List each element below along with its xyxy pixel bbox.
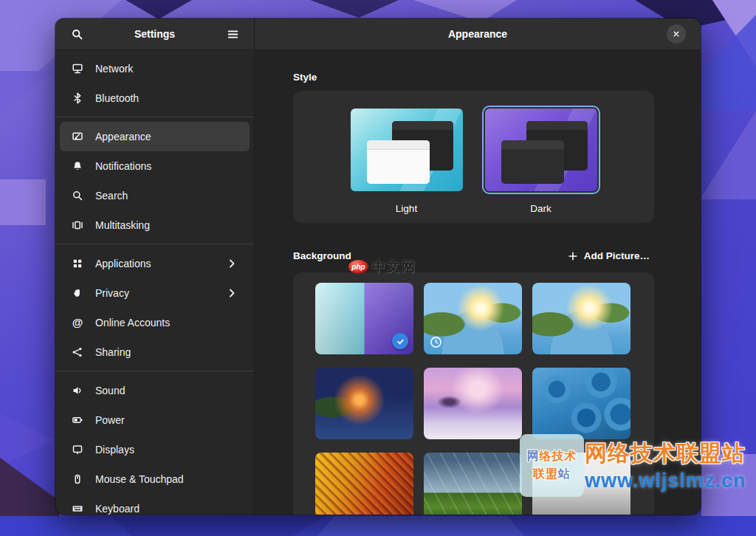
sidebar-item-label: Mouse & Touchpad xyxy=(95,473,244,485)
style-section-title: Style xyxy=(293,72,701,83)
sidebar-item-label: Multitasking xyxy=(95,219,244,231)
sidebar-item-label: Sharing xyxy=(95,346,244,358)
settings-window: Settings Appearance Network Bluetooth Ap… xyxy=(55,18,701,515)
sidebar-item-label: Applications xyxy=(95,258,214,269)
add-picture-button[interactable]: Add Picture… xyxy=(563,247,654,264)
wallpaper-shape xyxy=(0,179,46,225)
battery-icon xyxy=(72,414,83,426)
wallpaper-thumbnail[interactable] xyxy=(424,453,522,515)
sidebar-item-mouse-touchpad[interactable]: Mouse & Touchpad xyxy=(55,464,254,494)
sidebar-item-label: Displays xyxy=(95,444,244,456)
sidebar-item-sound[interactable]: Sound xyxy=(55,376,254,405)
style-option-label: Dark xyxy=(530,203,551,214)
sidebar-item-label: Sound xyxy=(95,385,244,396)
sidebar-item-applications[interactable]: Applications xyxy=(55,249,254,278)
style-option-dark[interactable]: Dark xyxy=(482,106,600,214)
close-icon xyxy=(671,29,681,39)
content-headerbar: Appearance xyxy=(255,18,701,50)
wallpaper-thumbnail[interactable] xyxy=(315,453,413,515)
wallpaper-thumbnail[interactable] xyxy=(424,368,522,439)
wallpaper-thumbnail[interactable] xyxy=(532,283,630,354)
style-card: Light Dark xyxy=(293,91,654,223)
style-option-label: Light xyxy=(396,203,417,214)
close-button[interactable] xyxy=(667,24,686,44)
sidebar-item-online-accounts[interactable]: @ Online Accounts xyxy=(55,308,254,337)
dark-theme-preview xyxy=(485,109,597,191)
appearance-icon xyxy=(72,131,83,142)
background-section-header: Background Add Picture… xyxy=(293,247,654,264)
sidebar-item-privacy[interactable]: Privacy xyxy=(55,278,254,308)
wallpaper-shape xyxy=(700,111,756,199)
menu-button[interactable] xyxy=(221,23,244,45)
plus-icon xyxy=(568,251,578,261)
speaker-icon xyxy=(72,385,83,396)
wallpaper-thumbnail[interactable] xyxy=(315,283,413,354)
background-section-title: Background xyxy=(293,250,351,261)
wallpaper-thumbnail[interactable] xyxy=(424,283,522,354)
sidebar-item-label: Network xyxy=(95,63,244,75)
sidebar-separator xyxy=(55,117,254,117)
mini-window-front xyxy=(501,140,564,184)
wallpaper-thumbnail[interactable] xyxy=(315,368,413,439)
search-icon xyxy=(72,190,83,202)
chevron-right-icon xyxy=(226,287,238,299)
sidebar-separator xyxy=(55,244,254,244)
sidebar-item-search[interactable]: Search xyxy=(55,181,254,210)
style-option-light[interactable]: Light xyxy=(348,106,466,214)
display-icon xyxy=(72,444,83,456)
background-card xyxy=(293,272,654,515)
sidebar-item-multitasking[interactable]: Multitasking xyxy=(55,210,254,240)
sidebar-item-keyboard[interactable]: Keyboard xyxy=(55,494,254,515)
keyboard-icon xyxy=(72,503,83,515)
wallpaper-shape xyxy=(0,71,55,115)
light-preview-frame xyxy=(348,106,466,194)
mouse-icon xyxy=(72,473,83,485)
mini-window-front xyxy=(367,140,430,184)
hamburger-icon xyxy=(227,28,239,41)
sidebar-item-label: Search xyxy=(95,190,244,202)
dark-preview-frame xyxy=(482,106,600,194)
sidebar-item-label: Bluetooth xyxy=(95,92,244,104)
sidebar-item-appearance[interactable]: Appearance xyxy=(60,122,250,151)
wallpaper-grid xyxy=(315,283,654,515)
dynamic-wallpaper-icon xyxy=(430,336,442,348)
chevron-right-icon xyxy=(226,258,238,269)
sidebar-item-bluetooth[interactable]: Bluetooth xyxy=(55,83,254,113)
sidebar-item-sharing[interactable]: Sharing xyxy=(55,337,254,367)
sidebar-item-label: Privacy xyxy=(95,287,214,299)
multitasking-icon xyxy=(72,219,83,231)
wallpaper-shape xyxy=(700,15,756,111)
wallpaper-shape xyxy=(111,516,325,536)
sidebar-item-label: Notifications xyxy=(95,160,244,172)
sidebar-item-network[interactable]: Network xyxy=(55,54,254,83)
bluetooth-icon xyxy=(72,92,83,104)
sidebar: Network Bluetooth Appearance Notificatio… xyxy=(55,50,255,515)
appearance-panel: Style Light Dark xyxy=(255,50,701,515)
sidebar-item-power[interactable]: Power xyxy=(55,405,254,435)
light-theme-preview xyxy=(351,109,463,191)
sidebar-item-label: Power xyxy=(95,414,244,426)
hand-icon xyxy=(72,287,83,299)
share-icon xyxy=(72,346,83,358)
add-picture-label: Add Picture… xyxy=(584,250,650,261)
search-button[interactable] xyxy=(66,23,88,45)
sidebar-item-label: Appearance xyxy=(95,131,239,142)
page-title: Appearance xyxy=(255,28,701,40)
selected-check-icon xyxy=(392,333,408,349)
wallpaper-thumbnail[interactable] xyxy=(532,368,630,439)
sidebar-headerbar: Settings xyxy=(55,18,255,50)
wallpaper-shape xyxy=(310,0,399,18)
sidebar-item-displays[interactable]: Displays xyxy=(55,435,254,464)
at-icon: @ xyxy=(72,317,83,329)
bell-icon xyxy=(72,160,83,172)
wallpaper-thumbnail[interactable] xyxy=(532,453,630,515)
search-icon xyxy=(71,28,83,41)
wallpaper-shape xyxy=(126,0,192,19)
sidebar-separator xyxy=(55,371,254,371)
wallpaper-shape xyxy=(317,516,524,536)
sidebar-item-label: Online Accounts xyxy=(95,317,244,329)
sidebar-item-notifications[interactable]: Notifications xyxy=(55,151,254,181)
network-icon xyxy=(72,63,83,75)
sidebar-item-label: Keyboard xyxy=(95,503,244,515)
app-grid-icon xyxy=(72,258,83,269)
